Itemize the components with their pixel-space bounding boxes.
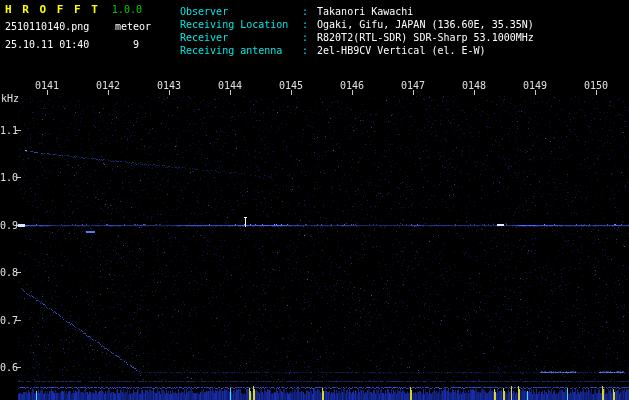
info-value: Ogaki, Gifu, JAPAN (136.60E, 35.35N) bbox=[317, 19, 534, 30]
info-value: Takanori Kawachi bbox=[317, 6, 413, 17]
info-row-antenna: Receiving antenna:2el-HB9CV Vertical (el… bbox=[180, 45, 486, 56]
info-row-observer: Observer:Takanori Kawachi bbox=[180, 6, 413, 17]
time-label: 0146 bbox=[339, 80, 365, 91]
info-separator: : bbox=[302, 6, 308, 17]
info-value: R820T2(RTL-SDR) SDR-Sharp 53.1000MHz bbox=[317, 32, 534, 43]
time-label: 0150 bbox=[583, 80, 609, 91]
app-title-row: H R O F F T1.0.0 bbox=[5, 3, 142, 16]
app-version: 1.0.0 bbox=[112, 4, 142, 15]
output-filename: 2510110140.png bbox=[5, 21, 89, 32]
datetime-label: 25.10.11 01:40 bbox=[5, 39, 89, 50]
time-label: 0144 bbox=[217, 80, 243, 91]
meteor-count: 9 bbox=[133, 39, 139, 50]
mode-label: meteor bbox=[115, 21, 151, 32]
freq-label: 0.7 bbox=[0, 315, 15, 326]
time-label: 0143 bbox=[156, 80, 182, 91]
hrofft-app-window: H R O F F T1.0.0 2510110140.png meteor 2… bbox=[0, 0, 629, 400]
info-value: 2el-HB9CV Vertical (el. E-W) bbox=[317, 45, 486, 56]
info-label: Receiving antenna bbox=[180, 45, 302, 56]
freq-label: 0.6 bbox=[0, 362, 15, 373]
time-label: 0142 bbox=[95, 80, 121, 91]
time-label: 0145 bbox=[278, 80, 304, 91]
info-row-location: Receiving Location:Ogaki, Gifu, JAPAN (1… bbox=[180, 19, 534, 30]
time-label: 0147 bbox=[400, 80, 426, 91]
time-label: 0149 bbox=[522, 80, 548, 91]
info-separator: : bbox=[302, 19, 308, 30]
info-label: Receiver bbox=[180, 32, 302, 43]
info-separator: : bbox=[302, 45, 308, 56]
freq-label: 0.8 bbox=[0, 267, 15, 278]
spectrogram-canvas bbox=[0, 0, 629, 400]
info-label: Receiving Location bbox=[180, 19, 302, 30]
freq-label: 0.9 bbox=[0, 220, 15, 231]
info-row-receiver: Receiver:R820T2(RTL-SDR) SDR-Sharp 53.10… bbox=[180, 32, 534, 43]
freq-unit-label: kHz bbox=[1, 93, 19, 104]
freq-label: 1.0 bbox=[0, 172, 15, 183]
app-title: H R O F F T bbox=[5, 3, 100, 16]
freq-label: 1.1 bbox=[0, 125, 15, 136]
time-label: 0141 bbox=[34, 80, 60, 91]
info-separator: : bbox=[302, 32, 308, 43]
time-label: 0148 bbox=[461, 80, 487, 91]
info-label: Observer bbox=[180, 6, 302, 17]
